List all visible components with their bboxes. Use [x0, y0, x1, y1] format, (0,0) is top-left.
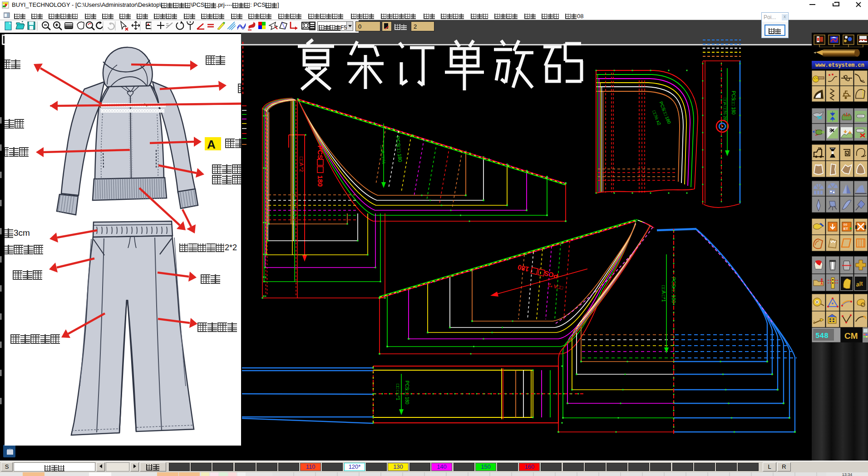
- svg-text:PCS: PCS: [316, 145, 324, 159]
- svg-text:□□A □□½ 20: □□A □□½ 20: [723, 98, 727, 120]
- svg-text:PCS□□ 180: PCS□□ 180: [404, 381, 409, 405]
- svg-text:www.etsystem.cn: www.etsystem.cn: [815, 62, 864, 69]
- svg-text:R: R: [816, 301, 819, 304]
- svg-text:ET: ET: [843, 227, 848, 231]
- svg-text:□□A □*1: □□A □*1: [661, 285, 666, 302]
- svg-text:548: 548: [815, 332, 829, 340]
- svg-text:00: 00: [843, 223, 847, 227]
- svg-text:CM: CM: [844, 331, 858, 341]
- svg-text:PCS□□ 180: PCS□□ 180: [731, 91, 736, 115]
- svg-text:□□A *2: □□A *2: [299, 157, 304, 172]
- svg-text:PCS□□ 180: PCS□□ 180: [671, 277, 676, 303]
- svg-text:180: 180: [316, 175, 324, 187]
- svg-text:□□ □□*1: □□ □□*1: [395, 384, 400, 401]
